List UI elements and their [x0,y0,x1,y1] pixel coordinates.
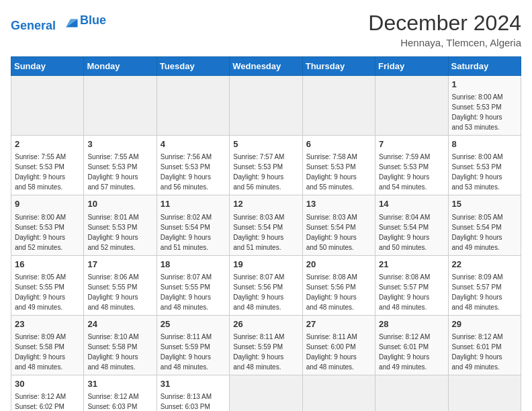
calendar-cell: 16Sunrise: 8:05 AMSunset: 5:55 PMDayligh… [11,255,84,315]
day-number: 5 [233,138,298,150]
day-number: 25 [161,318,226,330]
day-info: Sunrise: 8:10 AMSunset: 5:58 PMDaylight:… [87,332,152,372]
calendar-cell: 12Sunrise: 8:03 AMSunset: 5:54 PMDayligh… [230,195,302,255]
day-number: 28 [379,318,444,330]
logo: General Blue [11,11,106,33]
day-info: Sunrise: 8:09 AMSunset: 5:58 PMDaylight:… [15,332,80,372]
calendar-cell [84,76,157,136]
calendar-cell: 25Sunrise: 8:11 AMSunset: 5:59 PMDayligh… [157,315,229,375]
calendar-cell: 24Sunrise: 8:10 AMSunset: 5:58 PMDayligh… [84,315,157,375]
day-info: Sunrise: 7:59 AMSunset: 5:53 PMDaylight:… [379,152,444,192]
calendar-title: December 2024 [368,11,521,36]
calendar-cell: 5Sunrise: 7:57 AMSunset: 5:53 PMDaylight… [230,136,302,195]
day-info: Sunrise: 8:13 AMSunset: 6:03 PMDaylight:… [161,392,226,411]
logo-blue: Blue [80,14,106,28]
title-area: December 2024 Hennaya, Tlemcen, Algeria [368,11,521,48]
day-number: 24 [87,318,152,330]
day-number: 18 [161,259,226,271]
calendar-row: 2Sunrise: 7:55 AMSunset: 5:53 PMDaylight… [11,136,521,195]
day-number: 22 [452,259,517,271]
col-tuesday: Tuesday [157,57,229,76]
calendar-row: 1Sunrise: 8:00 AMSunset: 5:53 PMDaylight… [11,76,521,136]
calendar-cell [157,76,229,136]
calendar-row: 16Sunrise: 8:05 AMSunset: 5:55 PMDayligh… [11,255,521,315]
day-number: 10 [87,198,152,210]
day-number: 15 [452,198,517,210]
calendar-cell: 2Sunrise: 7:55 AMSunset: 5:53 PMDaylight… [11,136,84,195]
calendar-cell: 22Sunrise: 8:09 AMSunset: 5:57 PMDayligh… [448,255,521,315]
day-info: Sunrise: 7:56 AMSunset: 5:53 PMDaylight:… [161,152,226,192]
col-friday: Friday [375,57,448,76]
day-number: 26 [233,318,298,330]
col-sunday: Sunday [11,57,84,76]
logo-icon [61,11,80,30]
logo-text: General [11,11,80,33]
day-info: Sunrise: 8:06 AMSunset: 5:55 PMDaylight:… [87,272,152,312]
calendar-cell: 28Sunrise: 8:12 AMSunset: 6:01 PMDayligh… [375,315,448,375]
day-info: Sunrise: 7:57 AMSunset: 5:53 PMDaylight:… [233,152,298,192]
day-number: 14 [379,198,444,210]
day-info: Sunrise: 8:02 AMSunset: 5:54 PMDaylight:… [161,212,226,253]
calendar-row: 30Sunrise: 8:12 AMSunset: 6:02 PMDayligh… [11,375,521,411]
day-number: 1 [452,79,517,91]
calendar-cell: 11Sunrise: 8:02 AMSunset: 5:54 PMDayligh… [157,195,229,255]
day-info: Sunrise: 8:01 AMSunset: 5:53 PMDaylight:… [87,212,152,253]
day-number: 29 [452,318,517,330]
day-number: 20 [306,259,371,271]
calendar-cell: 17Sunrise: 8:06 AMSunset: 5:55 PMDayligh… [84,255,157,315]
calendar-cell: 20Sunrise: 8:08 AMSunset: 5:56 PMDayligh… [302,255,375,315]
header: General Blue December 2024 Hennaya, Tlem… [11,11,521,48]
day-number: 7 [379,138,444,150]
day-info: Sunrise: 8:05 AMSunset: 5:54 PMDaylight:… [452,212,517,253]
day-info: Sunrise: 8:03 AMSunset: 5:54 PMDaylight:… [306,212,371,253]
calendar-cell: 31Sunrise: 8:12 AMSunset: 6:03 PMDayligh… [84,375,157,411]
col-wednesday: Wednesday [230,57,302,76]
calendar-cell: 13Sunrise: 8:03 AMSunset: 5:54 PMDayligh… [302,195,375,255]
calendar-cell: 1Sunrise: 8:00 AMSunset: 5:53 PMDaylight… [448,76,521,136]
day-info: Sunrise: 8:12 AMSunset: 6:01 PMDaylight:… [452,332,517,372]
calendar-cell: 23Sunrise: 8:09 AMSunset: 5:58 PMDayligh… [11,315,84,375]
calendar-header: Sunday Monday Tuesday Wednesday Thursday… [11,57,521,76]
logo-general: General [11,19,56,32]
day-number: 19 [233,259,298,271]
day-number: 13 [306,198,371,210]
header-row: Sunday Monday Tuesday Wednesday Thursday… [11,57,521,76]
day-info: Sunrise: 7:55 AMSunset: 5:53 PMDaylight:… [87,152,152,192]
day-number: 23 [15,318,80,330]
day-info: Sunrise: 8:08 AMSunset: 5:56 PMDaylight:… [306,272,371,312]
calendar-cell [448,375,521,411]
calendar-subtitle: Hennaya, Tlemcen, Algeria [368,37,521,48]
calendar-cell: 15Sunrise: 8:05 AMSunset: 5:54 PMDayligh… [448,195,521,255]
day-info: Sunrise: 8:08 AMSunset: 5:57 PMDaylight:… [379,272,444,312]
calendar-cell: 31Sunrise: 8:13 AMSunset: 6:03 PMDayligh… [157,375,229,411]
calendar-cell [375,76,448,136]
day-info: Sunrise: 8:05 AMSunset: 5:55 PMDaylight:… [15,272,80,312]
day-info: Sunrise: 8:00 AMSunset: 5:53 PMDaylight:… [452,92,517,132]
col-thursday: Thursday [302,57,375,76]
day-number: 16 [15,259,80,271]
day-number: 9 [15,198,80,210]
day-info: Sunrise: 8:07 AMSunset: 5:56 PMDaylight:… [233,272,298,312]
day-info: Sunrise: 8:00 AMSunset: 5:53 PMDaylight:… [15,212,80,253]
day-number: 6 [306,138,371,150]
day-number: 2 [15,138,80,150]
day-number: 17 [87,259,152,271]
calendar-cell [230,76,302,136]
day-info: Sunrise: 8:11 AMSunset: 6:00 PMDaylight:… [306,332,371,372]
calendar-cell: 7Sunrise: 7:59 AMSunset: 5:53 PMDaylight… [375,136,448,195]
calendar-cell: 26Sunrise: 8:11 AMSunset: 5:59 PMDayligh… [230,315,302,375]
calendar-cell: 10Sunrise: 8:01 AMSunset: 5:53 PMDayligh… [84,195,157,255]
calendar-cell [230,375,302,411]
day-number: 3 [87,138,152,150]
calendar-cell: 9Sunrise: 8:00 AMSunset: 5:53 PMDaylight… [11,195,84,255]
calendar-cell [302,375,375,411]
calendar-cell: 21Sunrise: 8:08 AMSunset: 5:57 PMDayligh… [375,255,448,315]
calendar-body: 1Sunrise: 8:00 AMSunset: 5:53 PMDaylight… [11,76,521,412]
col-monday: Monday [84,57,157,76]
calendar-cell [302,76,375,136]
calendar-cell: 8Sunrise: 8:00 AMSunset: 5:53 PMDaylight… [448,136,521,195]
calendar-cell: 4Sunrise: 7:56 AMSunset: 5:53 PMDaylight… [157,136,229,195]
day-info: Sunrise: 8:12 AMSunset: 6:03 PMDaylight:… [87,392,152,411]
day-number: 12 [233,198,298,210]
day-number: 4 [161,138,226,150]
